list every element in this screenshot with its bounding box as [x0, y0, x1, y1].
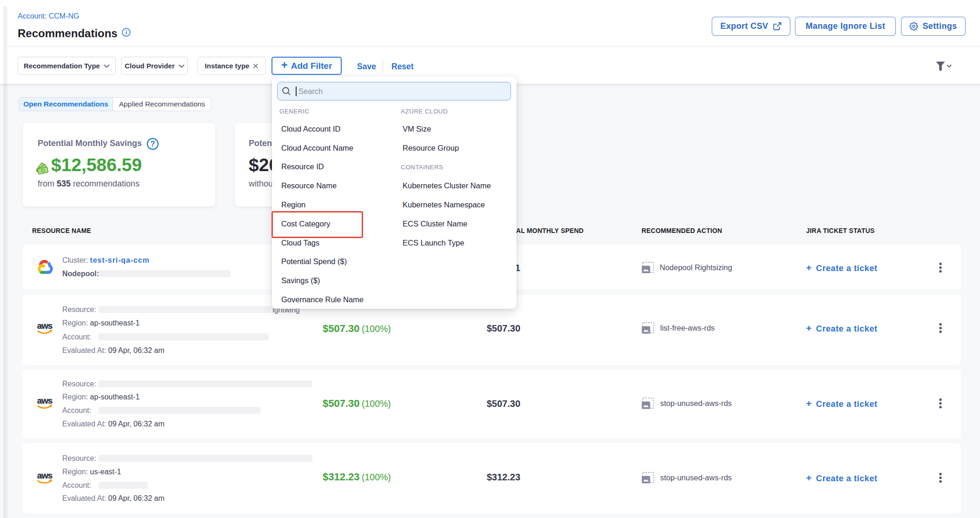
- svg-text:aws: aws: [37, 471, 53, 480]
- svg-text:?: ?: [151, 140, 155, 148]
- svg-text:aws: aws: [37, 321, 53, 331]
- svg-text:aws: aws: [37, 396, 53, 405]
